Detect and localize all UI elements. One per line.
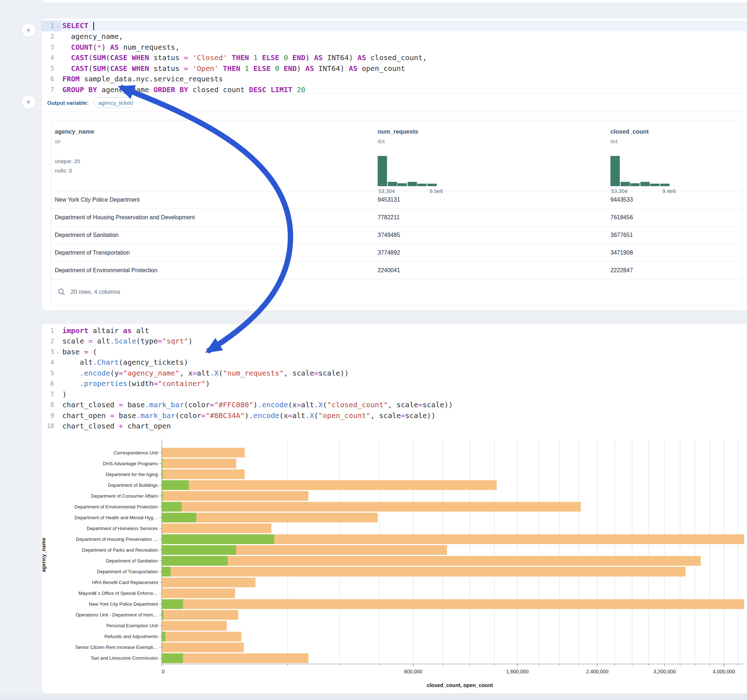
code-text: .properties(width="container") bbox=[62, 379, 210, 388]
code-text: CAST(SUM(CASE WHEN status = 'Closed' THE… bbox=[62, 53, 427, 62]
python-code-editor[interactable]: 1import altair as alt2scale = alt.Scale(… bbox=[42, 325, 747, 431]
line-number: 6 bbox=[42, 74, 62, 84]
line-number: 3⌄ bbox=[42, 346, 62, 357]
table-row: Department of Sanitation37494853677651 bbox=[51, 226, 742, 244]
line-number: 2 bbox=[42, 336, 62, 347]
row-count-label: 20 rows, 4 columns bbox=[71, 289, 120, 295]
cell-agency-name: New York City Police Department bbox=[55, 197, 140, 203]
code-line-2[interactable]: 2 agency_name, bbox=[42, 31, 747, 42]
bar-open-count bbox=[162, 534, 274, 544]
y-axis-label: Correspondence Unit bbox=[113, 450, 158, 456]
y-axis-label: Department of Environmental Protection bbox=[75, 504, 158, 510]
code-line-5[interactable]: 5 .encode(y="agency_name", x=alt.X("num_… bbox=[42, 368, 747, 379]
code-line-6[interactable]: 6 .properties(width="container") bbox=[42, 379, 747, 389]
cell-agency-name: Department of Environmental Protection bbox=[55, 267, 157, 274]
cell-closed-count: 9443533 bbox=[611, 197, 633, 203]
code-line-6[interactable]: 6FROM sample_data.nyc.service_requests bbox=[42, 74, 747, 84]
column-header-agency_name[interactable]: agency_namestrunique: 20nulls: 0 bbox=[55, 120, 278, 191]
sql-code-editor[interactable]: 1⌄SELECT 2 agency_name,3 COUNT(*) AS num… bbox=[42, 21, 747, 95]
code-line-4[interactable]: 4 CAST(SUM(CASE WHEN status = 'Closed' T… bbox=[42, 53, 747, 63]
line-number: 5 bbox=[42, 368, 62, 379]
cell-agency-name: Department of Sanitation bbox=[55, 232, 119, 238]
code-line-1[interactable]: 1⌄SELECT bbox=[42, 21, 747, 31]
code-line-9[interactable]: 9chart_open = base.mark_bar(color="#8BC3… bbox=[42, 410, 747, 421]
y-axis-label: Department of Homeless Services bbox=[87, 526, 158, 531]
code-line-3[interactable]: 3 COUNT(*) AS num_requests, bbox=[42, 42, 747, 53]
code-line-2[interactable]: 2scale = alt.Scale(type="sqrt") bbox=[42, 336, 747, 347]
code-line-7[interactable]: 7) bbox=[42, 389, 747, 400]
result-table-header: agency_namestrunique: 20nulls: 0num_requ… bbox=[51, 120, 742, 191]
column-stat: nulls: 0 bbox=[55, 167, 72, 173]
line-number: 2 bbox=[42, 31, 62, 42]
output-variable-pill[interactable]: agency_tickets bbox=[94, 97, 133, 108]
bar-open-count bbox=[162, 480, 189, 490]
y-axis-label: Department of Consumer Affairs bbox=[91, 493, 158, 499]
code-line-5[interactable]: 5 CAST(SUM(CASE WHEN status = 'Open' THE… bbox=[42, 63, 747, 74]
python-cell: 1import altair as alt2scale = alt.Scale(… bbox=[41, 323, 747, 694]
bar-closed-count bbox=[162, 502, 581, 512]
bar-closed-count bbox=[162, 588, 235, 598]
previous-cell-fragment bbox=[41, 0, 747, 3]
bar-closed-count bbox=[162, 448, 245, 458]
table-row: Department of Environmental Protection22… bbox=[51, 261, 742, 279]
bar-closed-count bbox=[162, 459, 236, 468]
code-line-10[interactable]: 10chart_closed + chart_open bbox=[42, 421, 747, 432]
search-icon[interactable] bbox=[57, 288, 66, 296]
code-text: chart_open = base.mark_bar(color="#8BC34… bbox=[62, 411, 435, 420]
x-axis-tick-label: 800,000 bbox=[404, 669, 422, 674]
bar-closed-count bbox=[162, 621, 227, 631]
cell-num-requests: 2240041 bbox=[378, 267, 400, 274]
y-axis-label: New York City Police Department bbox=[89, 601, 158, 607]
add-cell-button-top[interactable]: + bbox=[21, 23, 36, 38]
fold-chevron-icon[interactable]: ⌄ bbox=[57, 349, 59, 355]
bar-closed-count bbox=[162, 632, 242, 641]
code-line-1[interactable]: 1import altair as alt bbox=[42, 325, 747, 336]
code-text: scale = alt.Scale(type="sqrt") bbox=[62, 337, 192, 345]
code-text: .encode(y="agency_name", x=alt.X("num_re… bbox=[62, 369, 349, 377]
cell-num-requests: 3774892 bbox=[378, 249, 400, 256]
y-axis-label: Mayorâ€ s Office of Special Enforce… bbox=[79, 591, 158, 596]
code-line-8[interactable]: 8chart_closed = base.mark_bar(color="#FF… bbox=[42, 400, 747, 410]
bar-closed-count bbox=[162, 523, 271, 533]
y-axis-title: agency_name bbox=[42, 538, 47, 572]
code-text: agency_name, bbox=[62, 32, 123, 41]
bar-open-count bbox=[162, 567, 171, 576]
code-line-4[interactable]: 4 alt.Chart(agency_tickets) bbox=[42, 357, 747, 368]
line-number: 9 bbox=[42, 410, 62, 421]
column-header-closed_count[interactable]: closed_counti6453,3049.4e6 bbox=[611, 120, 742, 191]
bar-closed-count bbox=[162, 653, 308, 663]
column-histogram bbox=[378, 154, 437, 186]
cell-closed-count: 3471908 bbox=[611, 249, 633, 256]
x-axis-tick-label: 3,200,000 bbox=[653, 669, 676, 674]
bar-closed-count bbox=[162, 643, 243, 652]
x-axis-tick-label: 4,000,000 bbox=[713, 669, 735, 674]
line-number: 6 bbox=[42, 379, 62, 389]
column-name: agency_name bbox=[55, 128, 94, 135]
x-axis-tick-label: 1,600,000 bbox=[506, 669, 528, 674]
column-header-num_requests[interactable]: num_requestsi6453,3049.5e6 bbox=[378, 120, 601, 191]
line-number: 3 bbox=[42, 42, 62, 53]
bar-open-count bbox=[162, 599, 183, 609]
cell-num-requests: 7782211 bbox=[378, 214, 400, 221]
table-row: Department of Transportation377489234719… bbox=[51, 244, 742, 262]
x-axis-tick-label: 0 bbox=[162, 669, 165, 674]
bar-open-count bbox=[162, 653, 183, 663]
cell-closed-count: 2222847 bbox=[611, 267, 633, 274]
fold-chevron-icon[interactable]: ⌄ bbox=[57, 23, 59, 29]
output-variable-label: Output variable: bbox=[47, 100, 89, 106]
add-cell-button-output[interactable]: + bbox=[21, 95, 36, 109]
code-text: GROUP BY agency_name ORDER BY closed_cou… bbox=[62, 85, 305, 94]
code-text: alt.Chart(agency_tickets) bbox=[62, 358, 188, 367]
y-axis-label: Department of Transportation bbox=[97, 569, 158, 574]
code-line-3[interactable]: 3⌄base = ( bbox=[42, 346, 747, 357]
y-axis-label: DHS Advantage Programs bbox=[103, 461, 158, 466]
column-name: closed_count bbox=[611, 128, 649, 135]
column-histogram bbox=[611, 154, 670, 186]
line-number: 10 bbox=[42, 421, 62, 432]
code-text: COUNT(*) AS num_requests, bbox=[62, 43, 180, 51]
column-dtype: i64 bbox=[378, 138, 385, 144]
bar-open-count bbox=[162, 513, 197, 522]
code-text: SELECT bbox=[62, 21, 94, 30]
bar-open-count bbox=[162, 502, 181, 512]
table-row: New York City Police Department945313194… bbox=[51, 191, 742, 209]
